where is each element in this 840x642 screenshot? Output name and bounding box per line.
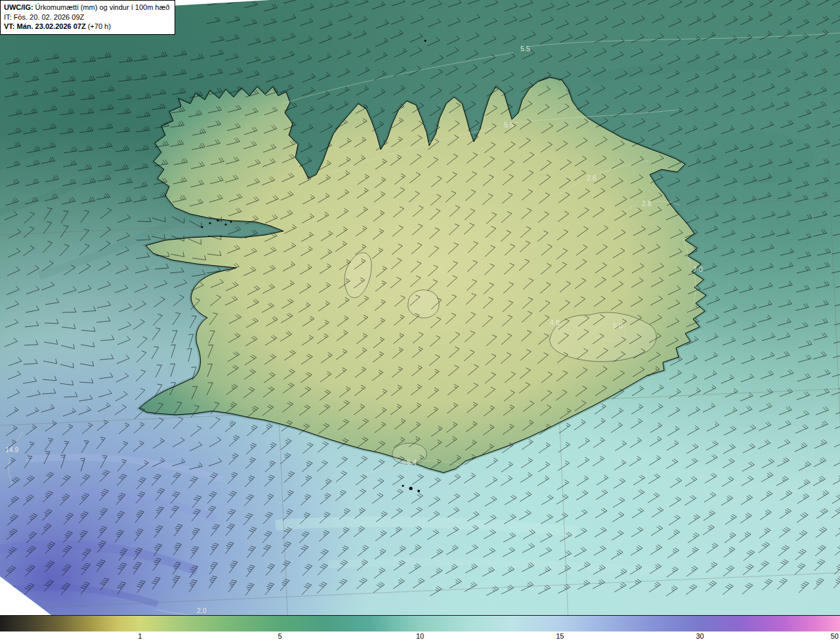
init-label: IT: <box>4 13 12 21</box>
colorbar-tick-label: 30 <box>696 632 704 640</box>
contour-label: 7.0 <box>693 265 703 273</box>
model-id: UWC/IG: <box>4 3 33 11</box>
contour-label: 5.0 <box>613 322 623 330</box>
colorbar: 1510153050 <box>0 615 840 642</box>
lead-time: (+70 h) <box>88 22 111 30</box>
contour-label: 5.5 <box>520 45 530 53</box>
contour-label: 4.8 <box>550 318 560 326</box>
contour-label: 14.9 <box>5 446 19 454</box>
legend-valid-line: VT:Mán. 23.02.2026 07Z(+70 h) <box>4 22 169 32</box>
contour-label: 5.4 <box>407 458 417 466</box>
valid-time: Mán. 23.02.2026 07Z <box>17 22 86 30</box>
legend-init-line: IT:Fös. 20. 02. 2026 09Z <box>4 12 169 22</box>
map-title: Úrkomumætti (mm) og vindur í 100m hæð <box>35 3 170 11</box>
contour-label: 5.5 <box>504 121 514 129</box>
colorbar-tick-label: 1 <box>138 632 142 640</box>
init-time: Fös. 20. 02. 2026 09Z <box>14 13 85 21</box>
colorbar-tick-label: 50 <box>831 632 839 640</box>
colorbar-gradient <box>0 615 840 632</box>
precipitation-wind-map: 5.55.52.82.87.04.85.014.95.42.0 <box>0 0 840 642</box>
weather-map-page: 5.55.52.82.87.04.85.014.95.42.0 UWC/IG:Ú… <box>0 0 840 642</box>
valid-label: VT: <box>4 22 15 30</box>
legend-box: UWC/IG:Úrkomumætti (mm) og vindur í 100m… <box>0 0 175 35</box>
contour-label: 2.8 <box>587 174 597 182</box>
colorbar-tick-label: 15 <box>556 632 564 640</box>
legend-title-line: UWC/IG:Úrkomumætti (mm) og vindur í 100m… <box>4 3 169 12</box>
contour-label: 2.0 <box>197 607 207 614</box>
contour-label: 2.8 <box>642 200 652 207</box>
colorbar-tick-label: 10 <box>416 632 424 640</box>
colorbar-tick-label: 5 <box>278 632 282 640</box>
colorbar-tick-labels: 1510153050 <box>0 631 840 642</box>
